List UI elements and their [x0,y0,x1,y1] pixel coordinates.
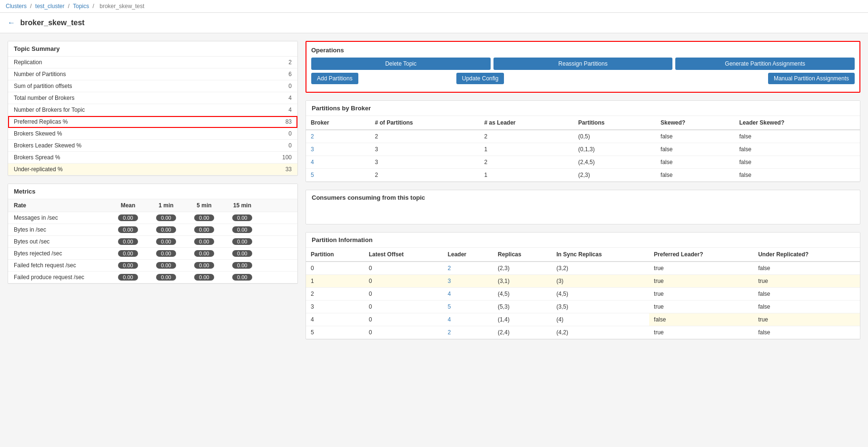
metrics-mean: 0.00 [109,238,147,245]
broker-link[interactable]: 5 [311,172,314,178]
summary-row: Under-replicated %33 [8,164,297,175]
partition-preferred-leader: true [649,275,753,288]
leader-link[interactable]: 4 [448,316,451,323]
leader-link[interactable]: 4 [448,291,451,297]
summary-value: 4 [239,92,297,104]
summary-value: 100 [239,152,297,164]
broker-leader-skewed: false [735,130,860,143]
delete-topic-button[interactable]: Delete Topic [311,58,491,70]
left-panel: Topic Summary Replication2Number of Part… [8,41,298,340]
partition-under-replicated: false [753,326,860,339]
partition-row: 2 0 4 (4,5) (4,5) true false [306,288,860,301]
topic-summary-section: Topic Summary Replication2Number of Part… [8,41,298,176]
summary-label: Under-replicated % [8,164,239,175]
topic-summary-table: Replication2Number of Partitions6Sum of … [8,57,297,175]
partition-leader: 2 [443,326,493,339]
breadcrumb-clusters[interactable]: Clusters [6,3,27,10]
leader-link[interactable]: 5 [448,303,451,310]
partition-row: 0 0 2 (2,3) (3,2) true false [306,262,860,275]
broker-as-leader: 1 [479,169,573,182]
broker-link[interactable]: 3 [311,146,314,153]
leader-link[interactable]: 3 [448,278,451,284]
broker-as-leader: 2 [479,156,573,169]
partition-leader: 4 [443,288,493,301]
metrics-1min: 0.00 [147,250,185,257]
topic-summary-title: Topic Summary [8,41,297,57]
partition-row: 4 0 4 (1,4) (4) false true [306,313,860,326]
broker-link[interactable]: 4 [311,159,314,165]
metrics-5min: 0.00 [185,250,223,257]
partition-num: 1 [306,275,364,288]
metrics-mean: 0.00 [109,250,147,257]
operations-title: Operations [311,47,855,54]
broker-num-partitions: 3 [370,143,480,156]
preferred-leader-col-header: Preferred Leader? [649,248,753,262]
broker-id: 2 [306,130,370,143]
summary-row: Number of Partitions6 [8,68,297,80]
breadcrumb-topics[interactable]: Topics [73,3,89,10]
metrics-rows: Messages in /sec 0.00 0.00 0.00 0.00 Byt… [8,212,297,283]
reassign-partitions-button[interactable]: Reassign Partitions [493,58,673,70]
summary-value: 4 [239,104,297,116]
partition-under-replicated: true [753,313,860,326]
breadcrumb-test-cluster[interactable]: test_cluster [35,3,64,10]
partition-preferred-leader: true [649,288,753,301]
broker-skewed: false [656,143,734,156]
partition-offset: 0 [364,262,443,275]
summary-row: Replication2 [8,57,297,68]
metrics-mean: 0.00 [109,274,147,281]
broker-id: 3 [306,143,370,156]
metrics-5min: 0.00 [185,214,223,221]
broker-partitions: (2,4,5) [573,156,656,169]
breadcrumb: Clusters / test_cluster / Topics / broke… [0,0,868,13]
breadcrumb-current: broker_skew_test [99,3,144,10]
partition-in-sync: (4,5) [552,288,649,301]
leader-link[interactable]: 2 [448,265,451,272]
skewed-col-header: Skewed? [656,116,734,130]
partition-row: 3 0 5 (5,3) (3,5) true false [306,301,860,313]
partition-under-replicated: true [753,275,860,288]
in-sync-col-header: In Sync Replicas [552,248,649,262]
metrics-1min: 0.00 [147,262,185,269]
right-panel: Operations Delete Topic Reassign Partiti… [306,41,860,340]
broker-partitions: (0,5) [573,130,656,143]
consumers-title: Consumers consuming from this topic [306,190,860,205]
page-title: broker_skew_test [20,19,84,27]
num-partitions-col-header: # of Partitions [370,116,480,130]
broker-skewed: false [656,130,734,143]
latest-offset-col-header: Latest Offset [364,248,443,262]
partition-offset: 0 [364,313,443,326]
partition-in-sync: (3,5) [552,301,649,313]
summary-label: Brokers Skewed % [8,128,239,140]
partition-in-sync: (3) [552,275,649,288]
broker-row: 5 2 1 (2,3) false false [306,169,860,182]
broker-partitions: (2,3) [573,169,656,182]
generate-partition-assignments-button[interactable]: Generate Partition Assignments [675,58,855,70]
metrics-mean: 0.00 [109,226,147,233]
partitions-by-broker-section: Partitions by Broker Broker # of Partiti… [306,100,860,182]
partition-table-header: Partition Latest Offset Leader Replicas … [306,248,860,262]
metrics-row: Failed produce request /sec 0.00 0.00 0.… [8,272,297,283]
manual-partition-assignments-button[interactable]: Manual Partition Assignments [768,73,855,84]
metrics-row-label: Bytes out /sec [14,238,109,245]
partition-offset: 0 [364,301,443,313]
update-config-button[interactable]: Update Config [456,73,504,84]
back-arrow[interactable]: ← [8,19,15,27]
summary-row: Brokers Spread %100 [8,152,297,164]
summary-label: Brokers Spread % [8,152,239,164]
metrics-15min: 0.00 [223,262,261,269]
partition-num: 3 [306,301,364,313]
replicas-col-header: Replicas [493,248,552,262]
partition-info-section: Partition Information Partition Latest O… [306,232,860,340]
metrics-1min: 0.00 [147,214,185,221]
broker-leader-skewed: false [735,169,860,182]
metrics-15min: 0.00 [223,238,261,245]
broker-row: 4 3 2 (2,4,5) false false [306,156,860,169]
leader-link[interactable]: 2 [448,329,451,336]
broker-link[interactable]: 2 [311,133,314,140]
summary-label: Preferred Replicas % [8,116,239,128]
summary-row: Number of Brokers for Topic4 [8,104,297,116]
summary-value: 0 [239,80,297,92]
broker-col-header: Broker [306,116,370,130]
add-partitions-button[interactable]: Add Partitions [311,73,358,84]
